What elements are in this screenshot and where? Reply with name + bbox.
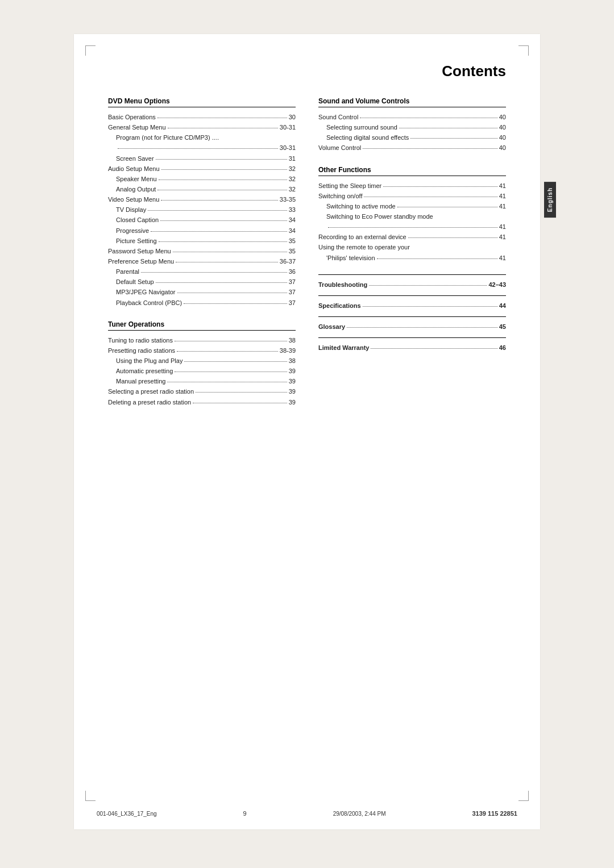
footer-page-number: 9 (243, 810, 247, 817)
toc-tv-display: TV Display 33 (108, 205, 296, 215)
toc-presetting-radio: Presetting radio stations 38-39 (108, 345, 296, 356)
other-functions-heading: Other Functions (318, 166, 506, 176)
toc-manual-presetting: Manual presetting 39 (108, 376, 296, 386)
toc-video-setup: Video Setup Menu 33-35 (108, 194, 296, 205)
page: English Contents DVD Menu Options Basic … (74, 34, 540, 829)
toc-picture-setting: Picture Setting 35 (108, 236, 296, 246)
toc-mp3-jpeg: MP3/JPEG Navigator 37 (108, 287, 296, 297)
toc-program: Program (not for Picture CD/MP3) .... (108, 132, 296, 143)
toc-audio-setup: Audio Setup Menu 32 (108, 164, 296, 174)
tuner-operations-heading: Tuner Operations (108, 320, 296, 331)
footer-doc-ref: 001-046_LX36_17_Eng (97, 811, 157, 817)
toc-limited-warranty: Limited Warranty 46 (318, 343, 506, 353)
right-column: Sound and Volume Controls Sound Control … (318, 97, 506, 407)
toc-plug-play: Using the Plug and Play 38 (108, 356, 296, 366)
toc-philips-tv: 'Philips' television 41 (318, 253, 506, 263)
corner-mark-tl (85, 45, 96, 56)
toc-basic-operations: Basic Operations 30 (108, 112, 296, 122)
toc-sound-control: Sound Control 40 (318, 112, 506, 122)
toc-specifications: Specifications 44 (318, 301, 506, 311)
toc-parental: Parental 36 (108, 266, 296, 277)
corner-mark-bl (85, 791, 96, 801)
toc-general-setup: General Setup Menu 30-31 (108, 122, 296, 132)
footer-date: 29/08/2003, 2:44 PM (333, 811, 386, 817)
page-title: Contents (108, 62, 506, 80)
toc-pbc: Playback Control (PBC) 37 (108, 298, 296, 308)
toc-preference-setup: Preference Setup Menu 36-37 (108, 256, 296, 266)
toc-surround-sound: Selecting surround sound 40 (318, 122, 506, 132)
toc-closed-caption: Closed Caption 34 (108, 215, 296, 225)
toc-eco-power-page: 41 (318, 222, 506, 232)
corner-mark-tr (518, 45, 529, 56)
sound-volume-heading: Sound and Volume Controls (318, 97, 506, 107)
toc-program-page: 30-31 (108, 143, 296, 153)
toc-delete-preset: Deleting a preset radio station 39 (108, 397, 296, 407)
toc-digital-sound: Selecting digital sound effects 40 (318, 132, 506, 143)
footer-product-code: 3139 115 22851 (472, 810, 517, 817)
toc-active-mode: Switching to active mode 41 (318, 201, 506, 211)
toc-analog-output: Analog Output 32 (108, 184, 296, 194)
toc-sleep-timer: Setting the Sleep timer 41 (318, 181, 506, 191)
toc-default-setup: Default Setup 37 (108, 277, 296, 287)
corner-mark-br (518, 791, 529, 801)
dvd-menu-heading: DVD Menu Options (108, 97, 296, 107)
toc-password-setup: Password Setup Menu 35 (108, 246, 296, 256)
toc-volume-control: Volume Control 40 (318, 143, 506, 153)
toc-glossary: Glossary 45 (318, 322, 506, 332)
toc-recording-external: Recording to an external device 41 (318, 232, 506, 242)
toc-screen-saver: Screen Saver 31 (108, 153, 296, 164)
page-footer: 001-046_LX36_17_Eng 9 29/08/2003, 2:44 P… (74, 810, 540, 817)
toc-remote-operate: Using the remote to operate your (318, 242, 506, 252)
toc-progressive: Progressive 34 (108, 226, 296, 236)
toc-speaker-menu: Speaker Menu 32 (108, 174, 296, 184)
toc-switching-onoff: Switching on/off 41 (318, 191, 506, 201)
toc-select-preset: Selecting a preset radio station 39 (108, 386, 296, 397)
toc-auto-presetting: Automatic presetting 39 (108, 366, 296, 376)
left-column: DVD Menu Options Basic Operations 30 Gen… (108, 97, 296, 407)
toc-eco-power: Switching to Eco Power standby mode (318, 211, 506, 222)
english-tab: English (544, 182, 556, 218)
content-area: DVD Menu Options Basic Operations 30 Gen… (108, 97, 506, 407)
toc-tuning-radio: Tuning to radio stations 38 (108, 335, 296, 345)
toc-troubleshooting: Troubleshooting 42–43 (318, 279, 506, 290)
